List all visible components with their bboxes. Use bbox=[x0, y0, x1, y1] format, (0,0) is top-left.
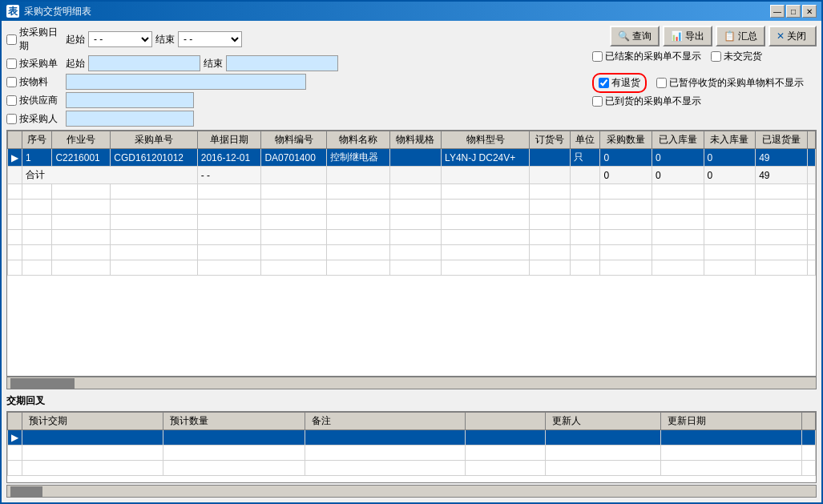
filter-purchaser-checkbox[interactable] bbox=[6, 114, 17, 124]
lower-table-row[interactable]: ▶ bbox=[8, 430, 816, 446]
col-job: 作业号 bbox=[52, 131, 111, 149]
summary-button[interactable]: 📋 汇总 bbox=[716, 26, 765, 46]
cell-material-name: 控制继电器 bbox=[327, 149, 389, 167]
filter-date-checkbox[interactable] bbox=[6, 34, 17, 45]
col-order-no: 订货号 bbox=[530, 131, 571, 149]
filter-row-purchaser: 按采购人 bbox=[6, 111, 586, 127]
filter-order-label[interactable]: 按采购单 bbox=[6, 57, 63, 71]
row-indicator: ▶ bbox=[8, 149, 22, 167]
total-purchase-qty: 0 bbox=[600, 167, 652, 184]
order-end-label: 结束 bbox=[204, 57, 223, 71]
main-table-hscroll[interactable] bbox=[6, 377, 817, 389]
col-return-qty: 已退货量 bbox=[756, 131, 808, 149]
col-spec: 物料规格 bbox=[389, 131, 442, 149]
empty-row-3 bbox=[8, 215, 816, 230]
close-icon: ✕ bbox=[777, 30, 785, 42]
query-button[interactable]: 🔍 查询 bbox=[610, 26, 660, 46]
filter-date-label[interactable]: 按采购日期 bbox=[6, 26, 63, 53]
lower-table-wrapper[interactable]: 预计交期 预计数量 备注 更新人 更新日期 ▶ bbox=[6, 411, 817, 483]
col-seq: 序号 bbox=[22, 131, 52, 149]
lower-header-row: 预计交期 预计数量 备注 更新人 更新日期 bbox=[8, 413, 816, 430]
filter-supplier-checkbox[interactable] bbox=[6, 95, 17, 106]
title-bar-left: 表 采购交货明细表 bbox=[6, 5, 91, 18]
summary-icon: 📋 bbox=[724, 30, 736, 42]
filter-row-supplier: 按供应商 bbox=[6, 92, 586, 108]
start-label: 起始 bbox=[66, 33, 85, 46]
exclude-suspended-checkbox[interactable] bbox=[656, 78, 667, 88]
content-area: 按采购日期 起始 - - 结束 - - 按采购单 bbox=[2, 21, 821, 502]
has-return-label[interactable]: 有退货 bbox=[599, 76, 640, 90]
material-input[interactable] bbox=[66, 74, 306, 90]
cell-seq: 1 bbox=[22, 149, 52, 167]
filter-purchaser-label[interactable]: 按采购人 bbox=[6, 112, 63, 126]
col-not-in-qty: 未入库量 bbox=[704, 131, 756, 149]
filter-row-material: 按物料 bbox=[6, 74, 586, 90]
lower-cell-date bbox=[22, 430, 163, 446]
lower-cell-remark bbox=[305, 430, 465, 446]
col-unit: 单位 bbox=[571, 131, 600, 149]
title-bar: 表 采购交货明细表 — □ ✕ bbox=[2, 2, 821, 21]
filter-material-label[interactable]: 按物料 bbox=[6, 75, 63, 89]
not-complete-label[interactable]: 未交完货 bbox=[711, 50, 762, 63]
has-return-checkbox[interactable] bbox=[599, 78, 609, 88]
cell-spec bbox=[389, 149, 442, 167]
data-table-wrapper[interactable]: 序号 作业号 采购单号 单据日期 物料编号 物料名称 物料规格 物料型号 订货号… bbox=[6, 130, 817, 377]
main-data-table: 序号 作业号 采购单号 单据日期 物料编号 物料名称 物料规格 物料型号 订货号… bbox=[7, 131, 816, 276]
col-material-code: 物料编号 bbox=[261, 131, 327, 149]
filter-row-order: 按采购单 起始 结束 bbox=[6, 55, 586, 71]
filter-order-checkbox[interactable] bbox=[6, 58, 17, 69]
close-window-button[interactable]: ✕ bbox=[802, 5, 817, 18]
lower-col-empty bbox=[465, 413, 545, 430]
exclude-closed-checkbox[interactable] bbox=[592, 51, 603, 62]
order-start-input[interactable] bbox=[88, 55, 200, 71]
cell-order-no bbox=[530, 149, 571, 167]
minimize-button[interactable]: — bbox=[770, 5, 785, 18]
action-buttons: 🔍 查询 📊 导出 📋 汇总 ✕ 关闭 bbox=[610, 26, 817, 46]
exclude-suspended-label[interactable]: 已暂停收货的采购单物料不显示 bbox=[656, 76, 804, 90]
cell-extra bbox=[807, 149, 815, 167]
lower-table-hscroll[interactable] bbox=[6, 485, 817, 498]
cell-material-code: DA0701400 bbox=[261, 149, 327, 167]
cell-return-qty: 49 bbox=[756, 149, 808, 167]
export-button[interactable]: 📊 导出 bbox=[663, 26, 712, 46]
date-start-select[interactable]: - - bbox=[88, 31, 152, 47]
exclude-delivered-label[interactable]: 已到货的采购单不显示 bbox=[592, 95, 701, 108]
lower-empty-row-2 bbox=[8, 461, 816, 476]
empty-row-5 bbox=[8, 245, 816, 260]
table-row[interactable]: ▶ 1 C2216001 CGD161201012 2016-12-01 DA0… bbox=[8, 149, 816, 167]
supplier-input[interactable] bbox=[66, 92, 194, 108]
restore-button[interactable]: □ bbox=[786, 5, 801, 18]
export-icon: 📊 bbox=[671, 30, 683, 42]
close-button[interactable]: ✕ 关闭 bbox=[769, 26, 817, 46]
exclude-closed-label[interactable]: 已结案的采购单不显示 bbox=[592, 50, 701, 63]
cell-date: 2016-12-01 bbox=[197, 149, 261, 167]
not-complete-checkbox[interactable] bbox=[711, 51, 721, 62]
total-label: 合计 bbox=[22, 167, 198, 184]
filter-row-date: 按采购日期 起始 - - 结束 - - bbox=[6, 26, 586, 53]
lower-col-indicator bbox=[8, 413, 22, 430]
lower-cell-empty bbox=[465, 430, 545, 446]
filter-material-checkbox[interactable] bbox=[6, 77, 17, 87]
total-empty4 bbox=[442, 167, 530, 184]
lower-col-scroll bbox=[802, 413, 816, 430]
empty-row-6 bbox=[8, 260, 816, 276]
filter-checkboxes-row1: 已结案的采购单不显示 未交完货 有退货 bbox=[592, 50, 817, 93]
date-end-select[interactable]: - - bbox=[178, 31, 242, 47]
col-type: 物料型号 bbox=[442, 131, 530, 149]
title-bar-buttons: — □ ✕ bbox=[770, 5, 817, 18]
purchaser-input[interactable] bbox=[66, 111, 194, 127]
order-end-input[interactable] bbox=[226, 55, 338, 71]
col-purchase-qty: 采购数量 bbox=[600, 131, 652, 149]
empty-row-2 bbox=[8, 200, 816, 215]
col-indicator bbox=[8, 131, 22, 149]
lower-cell-extra bbox=[802, 430, 816, 446]
col-material-name: 物料名称 bbox=[327, 131, 389, 149]
total-date: - - bbox=[197, 167, 261, 184]
total-empty5 bbox=[530, 167, 571, 184]
lower-row-indicator: ▶ bbox=[8, 430, 22, 446]
lower-section-title: 交期回叉 bbox=[6, 393, 817, 409]
lower-cell-qty bbox=[163, 430, 305, 446]
lower-cell-update-date bbox=[660, 430, 801, 446]
exclude-delivered-checkbox[interactable] bbox=[592, 96, 603, 107]
filter-supplier-label[interactable]: 按供应商 bbox=[6, 94, 63, 107]
